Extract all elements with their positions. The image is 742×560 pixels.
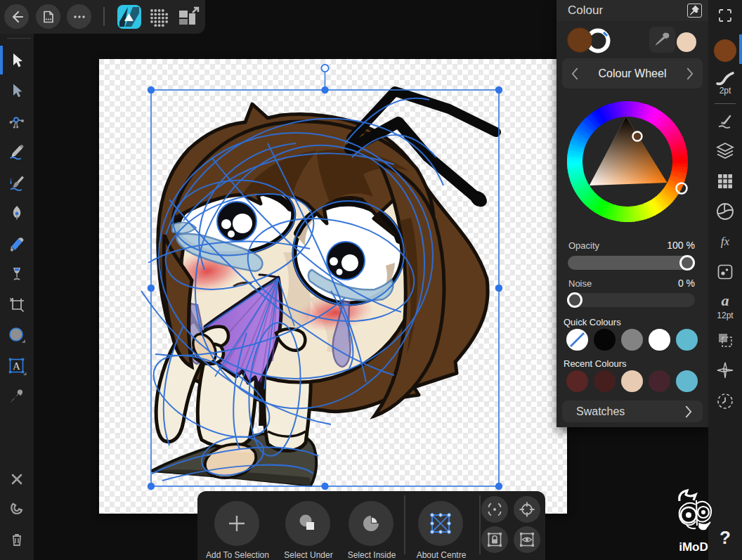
svg-text:iMoD: iMoD <box>679 540 708 554</box>
svg-text:A: A <box>13 360 20 372</box>
svg-text:fx: fx <box>721 235 730 248</box>
svg-text:a: a <box>722 292 729 309</box>
